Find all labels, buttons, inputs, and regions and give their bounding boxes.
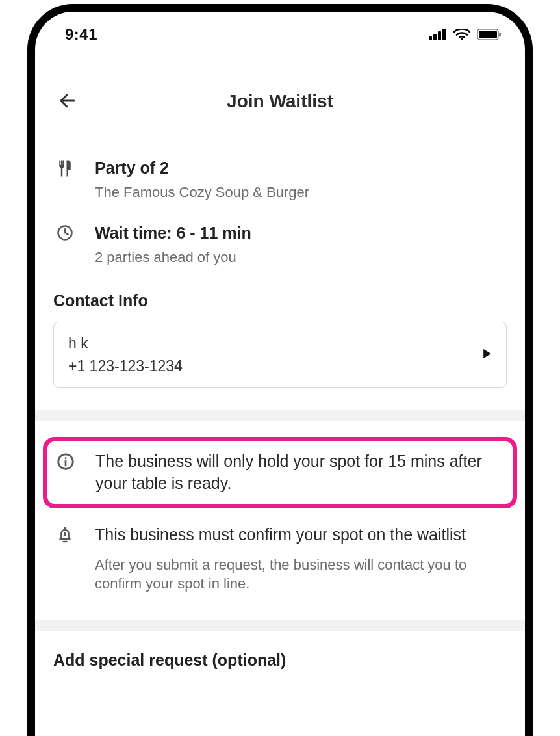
confirm-notice-title: This business must confirm your spot on …: [95, 524, 507, 546]
special-request-heading: Add special request (optional): [53, 651, 507, 670]
status-time: 9:41: [65, 25, 97, 44]
contact-name: h k: [68, 334, 183, 354]
hold-notice-text: The business will only hold your spot fo…: [95, 451, 506, 495]
hold-notice-row: The business will only hold your spot fo…: [54, 451, 506, 495]
arrow-left-icon: [58, 91, 77, 112]
status-icons: [429, 29, 502, 40]
wait-time-label: Wait time: 6 - 11 min: [95, 222, 507, 244]
bell-icon: [55, 525, 75, 547]
svg-rect-1: [433, 34, 437, 40]
wait-time-row: Wait time: 6 - 11 min 2 parties ahead of…: [53, 208, 507, 273]
utensils-icon: [55, 159, 75, 181]
info-icon: [56, 452, 75, 474]
wifi-icon: [453, 29, 470, 40]
svg-rect-3: [442, 29, 446, 40]
svg-rect-2: [438, 31, 441, 40]
queue-position: 2 parties ahead of you: [95, 248, 507, 267]
contact-heading: Contact Info: [53, 291, 507, 310]
hold-notice-highlight: The business will only hold your spot fo…: [43, 437, 517, 508]
section-divider: [35, 620, 525, 631]
svg-marker-10: [483, 349, 491, 358]
back-button[interactable]: [53, 87, 82, 116]
svg-rect-0: [429, 36, 432, 40]
svg-rect-7: [499, 33, 501, 37]
venue-name: The Famous Cozy Soup & Burger: [95, 183, 507, 202]
svg-point-13: [65, 457, 67, 459]
contact-card[interactable]: h k +1 123-123-1234: [53, 322, 507, 388]
party-size-label: Party of 2: [95, 157, 507, 179]
cellular-icon: [429, 29, 447, 40]
confirm-notice-row: This business must confirm your spot on …: [53, 515, 507, 600]
battery-icon: [477, 29, 502, 40]
svg-point-4: [461, 38, 463, 40]
caret-right-icon: [483, 349, 492, 361]
contact-phone: +1 123-123-1234: [68, 358, 183, 375]
party-row: Party of 2 The Famous Cozy Soup & Burger: [53, 143, 507, 208]
nav-header: Join Waitlist: [35, 83, 525, 120]
clock-icon: [56, 224, 74, 244]
confirm-notice-body: After you submit a request, the business…: [95, 555, 507, 594]
section-divider: [35, 410, 525, 421]
page-title: Join Waitlist: [82, 91, 478, 112]
svg-rect-6: [479, 31, 497, 38]
status-bar: 9:41: [35, 12, 525, 57]
